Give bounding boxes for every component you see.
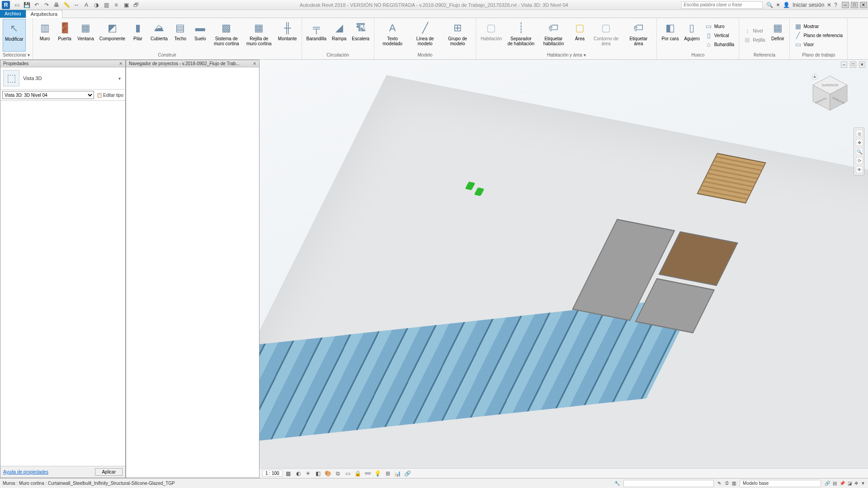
viewport-canvas[interactable]: ─ □ ✕ SUPERIOR DERECHA FRONTAL ◎ ✥ 🔍 [259, 60, 868, 468]
exchange-icon[interactable]: ✕ [827, 2, 831, 8]
design-option-field[interactable]: Modelo base [740, 480, 821, 487]
vertical-opening-button[interactable]: ▯Vertical [703, 31, 736, 40]
modify-button[interactable]: ↖Modificar [3, 19, 26, 52]
type-dropdown-icon[interactable]: ▾ [117, 76, 123, 81]
signin-icon[interactable]: 👤 [783, 2, 790, 8]
select-underlay-icon[interactable]: ▤ [833, 481, 837, 486]
select-face-icon[interactable]: ◪ [848, 481, 852, 486]
viewer-button[interactable]: ▭Visor [793, 40, 844, 49]
qat-save-icon[interactable]: 💾 [23, 1, 30, 9]
qat-thin-icon[interactable]: ≡ [113, 1, 120, 9]
tab-file[interactable]: Archivo [0, 10, 26, 18]
drag-elements-icon[interactable]: ✥ [854, 481, 858, 486]
signin-label[interactable]: Iniciar sesión [793, 2, 824, 8]
worksharing-icon[interactable]: ⊞ [384, 470, 392, 477]
sun-path-icon[interactable]: ☀ [304, 470, 312, 477]
qat-render-icon[interactable]: ◑ [93, 1, 100, 9]
properties-close-icon[interactable]: ✕ [119, 61, 123, 66]
constraints-icon[interactable]: 🔗 [404, 470, 412, 477]
ramp-button[interactable]: ◢Rampa [330, 19, 348, 52]
workset-field[interactable] [623, 480, 714, 487]
steering-wheel-icon[interactable]: ◎ [856, 130, 863, 137]
shaft-button[interactable]: ▯Agujero [682, 19, 701, 52]
workset-icon[interactable]: 🔧 [614, 481, 620, 486]
model-text-button[interactable]: ATexto modelado [377, 19, 408, 52]
area-button[interactable]: ▢Área [571, 19, 589, 52]
project-tree[interactable] [126, 67, 259, 478]
viewcube[interactable]: SUPERIOR DERECHA FRONTAL [807, 71, 853, 116]
room-sep-button[interactable]: ┊Separador de habitación [505, 19, 536, 52]
model-line-button[interactable]: ╱Línea de modelo [410, 19, 440, 52]
window-button[interactable]: ▦Ventana [75, 19, 96, 52]
app-logo[interactable]: R [2, 1, 10, 9]
mullion-button[interactable]: ╫Montante [276, 19, 299, 52]
search-submit-icon[interactable]: 🔍 [766, 2, 773, 8]
properties-help-link[interactable]: Ayuda de propiedades [3, 469, 48, 474]
reveal-hidden-icon[interactable]: 💡 [374, 470, 382, 477]
filter-icon[interactable]: ▼ [861, 481, 865, 486]
roof-button[interactable]: ⛰Cubierta [149, 19, 170, 52]
maximize-button[interactable]: □ [851, 2, 858, 8]
model-group-button[interactable]: ⊞Grupo de modelo [442, 19, 473, 52]
set-button[interactable]: ▦Definir [769, 19, 787, 52]
orbit-icon[interactable]: ⟳ [856, 157, 863, 164]
design-option-icon[interactable]: ▥ [732, 481, 736, 486]
qat-align-icon[interactable]: ↔ [73, 1, 80, 9]
show-wp-button[interactable]: ▦Mostrar [793, 22, 844, 31]
stair-button[interactable]: 🏗Escalera [350, 19, 371, 52]
view-close-icon[interactable]: ✕ [859, 62, 865, 68]
lock-3d-icon[interactable]: 🔒 [354, 470, 362, 477]
pan-icon[interactable]: ✥ [856, 139, 863, 146]
qat-open-icon[interactable]: ▭ [13, 1, 20, 9]
browser-close-icon[interactable]: ✕ [253, 61, 256, 66]
qat-section-icon[interactable]: ▥ [103, 1, 110, 9]
close-button[interactable]: ✕ [860, 2, 867, 8]
qat-print-icon[interactable]: 🖶 [53, 1, 60, 9]
select-links-icon[interactable]: 🔗 [825, 481, 830, 486]
view-min-icon[interactable]: ─ [841, 62, 847, 68]
grid-button[interactable]: ⊞Rejilla [742, 35, 767, 44]
editable-only-icon[interactable]: ✎ [717, 481, 721, 486]
edit-type-button[interactable]: 📋Editar tipo [97, 93, 123, 98]
select-pinned-icon[interactable]: 📌 [840, 481, 845, 486]
column-button[interactable]: ▮Pilar [129, 19, 147, 52]
minimize-button[interactable]: ─ [842, 2, 849, 8]
qat-switch-icon[interactable]: 🗗 [132, 1, 140, 9]
curtain-system-button[interactable]: ▩Sistema de muro cortina [211, 19, 242, 52]
component-button[interactable]: ◩Componente [98, 19, 127, 52]
group-label-room[interactable]: Habitación y área ▾ [479, 52, 654, 58]
floor-button[interactable]: ▬Suelo [191, 19, 209, 52]
ceiling-button[interactable]: ▤Techo [171, 19, 189, 52]
qat-close-hidden-icon[interactable]: ▣ [123, 1, 130, 9]
crop-view-icon[interactable]: ⧉ [334, 470, 342, 477]
instance-selector[interactable]: Vista 3D: 3D Nivel 04 [2, 91, 94, 99]
curtain-grid-button[interactable]: ▦Rejilla de muro cortina [244, 19, 274, 52]
help-icon[interactable]: ? [834, 2, 837, 8]
qat-measure-icon[interactable]: 📏 [63, 1, 70, 9]
look-icon[interactable]: 👁 [856, 166, 863, 173]
wall-opening-button[interactable]: ▭Muro [703, 22, 736, 31]
railing-button[interactable]: ╤Barandilla [305, 19, 328, 52]
tab-arquitectura[interactable]: Arquitectura [26, 10, 62, 18]
render-dialog-icon[interactable]: 🎨 [324, 470, 332, 477]
room-button[interactable]: ▢Habitación [479, 19, 504, 52]
zoom-icon[interactable]: 🔍 [856, 148, 863, 155]
tag-area-button[interactable]: 🏷Etiquetar área [623, 19, 654, 52]
properties-type-selector[interactable]: ⬚ Vista 3D ▾ [0, 67, 125, 90]
view-max-icon[interactable]: □ [850, 62, 856, 68]
apply-button[interactable]: Aplicar [95, 468, 123, 476]
qat-text-icon[interactable]: A [83, 1, 90, 9]
crop-region-icon[interactable]: ▭ [344, 470, 352, 477]
wall-button[interactable]: ▥Muro [36, 19, 54, 52]
area-boundary-button[interactable]: ▢Contorno de área [590, 19, 621, 52]
qat-redo-icon[interactable]: ↷ [43, 1, 50, 9]
shadows-icon[interactable]: ◧ [314, 470, 322, 477]
ref-plane-button[interactable]: ╱Plano de referencia [793, 31, 844, 40]
dormer-opening-button[interactable]: ⌂Buhardilla [703, 40, 736, 49]
analytical-icon[interactable]: 📊 [394, 470, 402, 477]
tag-room-button[interactable]: 🏷Etiquetar habitación [538, 19, 569, 52]
subscription-icon[interactable]: ✶ [776, 2, 780, 8]
by-face-button[interactable]: ◧Por cara [660, 19, 680, 52]
temp-hide-icon[interactable]: 👓 [364, 470, 372, 477]
door-button[interactable]: 🚪Puerta [56, 19, 74, 52]
